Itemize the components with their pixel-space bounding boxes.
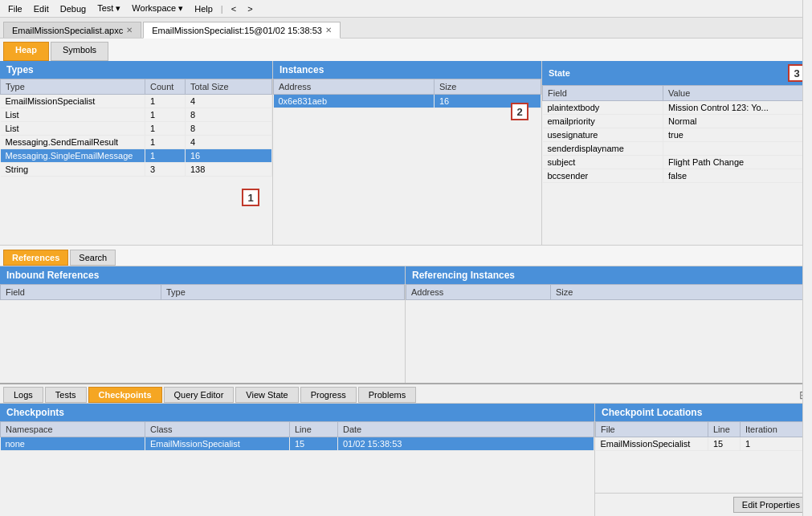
instances-table-wrapper[interactable]: Address Size 0x6e831aeb 16 2 bbox=[273, 79, 541, 245]
edit-properties-button[interactable]: Edit Properties bbox=[733, 497, 809, 513]
tab-heap[interactable]: Heap bbox=[3, 42, 49, 61]
menu-test[interactable]: Test ▾ bbox=[92, 2, 125, 15]
table-row[interactable]: List 1 8 bbox=[1, 122, 272, 136]
count-cell: 1 bbox=[145, 149, 186, 163]
ref-search-tabs: References Search bbox=[0, 246, 812, 266]
inbound-table-wrapper[interactable]: Field Type bbox=[0, 284, 405, 383]
instances-header: Instances bbox=[273, 61, 541, 79]
menu-debug[interactable]: Debug bbox=[55, 2, 91, 15]
types-col-size: Total Size bbox=[186, 79, 272, 95]
table-row[interactable]: senderdisplayname bbox=[543, 142, 812, 156]
inbound-panel: Inbound References Field Type bbox=[0, 266, 406, 383]
checkpoints-left: Checkpoints Namespace Class Line Date no… bbox=[0, 404, 595, 516]
table-row[interactable]: String 3 138 bbox=[1, 163, 272, 177]
table-row[interactable]: EmailMissionSpecialist 15 1 bbox=[596, 437, 812, 451]
menu-help[interactable]: Help bbox=[190, 2, 218, 15]
ref-panels: Inbound References Field Type Referencin… bbox=[0, 266, 812, 383]
checkpoint-locations-table: File Line Iteration EmailMissionSpeciali… bbox=[595, 421, 812, 451]
table-row[interactable]: plaintextbody Mission Control 123: Yo... bbox=[543, 101, 812, 115]
nav-separator: | bbox=[219, 4, 225, 14]
tab-apxc-close[interactable]: ✕ bbox=[126, 26, 133, 35]
tab-view-state[interactable]: View State bbox=[235, 387, 298, 403]
cp-col-class: Class bbox=[145, 422, 290, 437]
size-cell: 4 bbox=[186, 136, 272, 149]
tab-checkpoints[interactable]: Checkpoints bbox=[88, 387, 162, 403]
field-cell: usesignature bbox=[543, 128, 663, 142]
table-row[interactable]: subject Flight Path Change bbox=[543, 156, 812, 169]
state-table-wrapper[interactable]: Field Value plaintextbody Mission Contro… bbox=[542, 85, 812, 245]
value-cell bbox=[663, 142, 812, 156]
table-row[interactable]: usesignature true bbox=[543, 128, 812, 142]
menu-bar: File Edit Debug Test ▾ Workspace ▾ Help … bbox=[0, 0, 812, 18]
referencing-header: Referencing Instances bbox=[406, 266, 812, 284]
state-header: State 3 bbox=[542, 61, 812, 85]
type-cell: EmailMissionSpecialist bbox=[1, 95, 145, 108]
field-cell: plaintextbody bbox=[543, 101, 663, 115]
table-row[interactable]: Messaging.SendEmailResult 1 4 bbox=[1, 136, 272, 149]
type-cell: List bbox=[1, 108, 145, 122]
tab-apxc[interactable]: EmailMissionSpecialist.apxc ✕ bbox=[3, 22, 141, 38]
state-table: Field Value plaintextbody Mission Contro… bbox=[542, 85, 812, 183]
checkpoints-right: Checkpoint Locations File Line Iteration… bbox=[595, 404, 812, 516]
types-table: Type Count Total Size EmailMissionSpecia… bbox=[0, 79, 272, 177]
main-content: Types Type Count Total Size EmailMission… bbox=[0, 61, 812, 516]
checkpoints-table-wrapper[interactable]: Namespace Class Line Date none EmailMiss… bbox=[0, 421, 594, 516]
type-cell: Messaging.SendEmailResult bbox=[1, 136, 145, 149]
state-col-value: Value bbox=[663, 86, 812, 101]
file-cell: EmailMissionSpecialist bbox=[596, 437, 708, 451]
tab-problems[interactable]: Problems bbox=[358, 387, 416, 403]
table-row[interactable]: none EmailMissionSpecialist 15 01/02 15:… bbox=[1, 437, 594, 451]
state-col-field: Field bbox=[543, 86, 663, 101]
menu-edit[interactable]: Edit bbox=[29, 2, 54, 15]
menu-workspace[interactable]: Workspace ▾ bbox=[127, 2, 188, 15]
instances-table: Address Size 0x6e831aeb 16 bbox=[273, 79, 541, 108]
inbound-col-type: Type bbox=[161, 285, 405, 300]
types-header: Types bbox=[0, 61, 272, 79]
annotation-1: 1 bbox=[242, 189, 259, 206]
nav-prev[interactable]: < bbox=[226, 2, 241, 15]
address-cell: 0x6e831aeb bbox=[274, 95, 435, 108]
tab-debug-session-close[interactable]: ✕ bbox=[325, 26, 332, 35]
table-row[interactable]: Messaging.SingleEmailMessage 1 16 bbox=[1, 149, 272, 163]
size-cell: 16 bbox=[186, 149, 272, 163]
table-row[interactable]: EmailMissionSpecialist 1 4 bbox=[1, 95, 272, 108]
checkpoint-locations-table-wrapper[interactable]: File Line Iteration EmailMissionSpeciali… bbox=[595, 421, 812, 493]
line-cell: 15 bbox=[708, 437, 741, 451]
cp-col-namespace: Namespace bbox=[1, 422, 145, 437]
types-table-wrapper[interactable]: Type Count Total Size EmailMissionSpecia… bbox=[0, 79, 272, 245]
referencing-table: Address Size bbox=[406, 284, 812, 300]
table-row[interactable]: 0x6e831aeb 16 bbox=[274, 95, 541, 108]
value-cell: false bbox=[663, 169, 812, 183]
instances-panel: Instances Address Size 0x6e831aeb 16 2 bbox=[273, 61, 542, 245]
referencing-table-wrapper[interactable]: Address Size bbox=[406, 284, 812, 383]
tab-query-editor[interactable]: Query Editor bbox=[164, 387, 235, 403]
size-cell: 138 bbox=[186, 163, 272, 177]
tab-debug-session[interactable]: EmailMissionSpecialist:15@01/02 15:38:53… bbox=[143, 22, 341, 39]
checkpoints-area: Checkpoints Namespace Class Line Date no… bbox=[0, 404, 812, 516]
table-row[interactable]: List 1 8 bbox=[1, 108, 272, 122]
count-cell: 1 bbox=[145, 95, 186, 108]
instances-col-size: Size bbox=[435, 79, 541, 95]
size-cell: 4 bbox=[186, 95, 272, 108]
menu-file[interactable]: File bbox=[3, 2, 27, 15]
tab-logs[interactable]: Logs bbox=[3, 387, 43, 403]
date-cell: 01/02 15:38:53 bbox=[338, 437, 594, 451]
tab-progress[interactable]: Progress bbox=[300, 387, 357, 403]
instances-col-address: Address bbox=[274, 79, 435, 95]
table-row[interactable]: bccsender false bbox=[543, 169, 812, 183]
tab-tests[interactable]: Tests bbox=[45, 387, 87, 403]
value-cell: Flight Path Change bbox=[663, 156, 812, 169]
line-cell: 15 bbox=[290, 437, 338, 451]
checkpoint-locations-header: Checkpoint Locations bbox=[595, 404, 812, 421]
table-row[interactable]: emailpriority Normal bbox=[543, 115, 812, 128]
referencing-panel: Referencing Instances Address Size bbox=[406, 266, 812, 383]
class-cell: EmailMissionSpecialist bbox=[145, 437, 290, 451]
type-cell: List bbox=[1, 122, 145, 136]
count-cell: 1 bbox=[145, 136, 186, 149]
nav-next[interactable]: > bbox=[243, 2, 257, 15]
scrollbar[interactable] bbox=[802, 0, 812, 516]
tab-symbols[interactable]: Symbols bbox=[51, 42, 108, 61]
tab-search[interactable]: Search bbox=[70, 250, 116, 266]
tab-references[interactable]: References bbox=[3, 250, 68, 266]
tab-debug-session-label: EmailMissionSpecialist:15@01/02 15:38:53 bbox=[152, 26, 322, 35]
